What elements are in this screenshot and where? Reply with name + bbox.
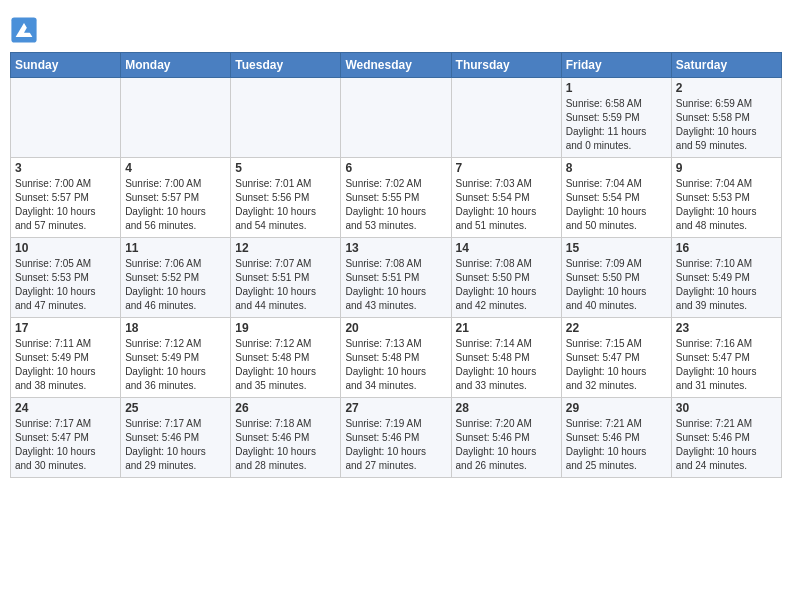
day-info: Sunrise: 7:16 AM Sunset: 5:47 PM Dayligh… <box>676 337 777 393</box>
day-info: Sunrise: 7:00 AM Sunset: 5:57 PM Dayligh… <box>15 177 116 233</box>
day-info: Sunrise: 7:15 AM Sunset: 5:47 PM Dayligh… <box>566 337 667 393</box>
calendar-cell: 27Sunrise: 7:19 AM Sunset: 5:46 PM Dayli… <box>341 398 451 478</box>
weekday-header: Saturday <box>671 53 781 78</box>
day-info: Sunrise: 7:08 AM Sunset: 5:50 PM Dayligh… <box>456 257 557 313</box>
day-number: 4 <box>125 161 226 175</box>
day-number: 26 <box>235 401 336 415</box>
day-info: Sunrise: 7:20 AM Sunset: 5:46 PM Dayligh… <box>456 417 557 473</box>
day-info: Sunrise: 7:03 AM Sunset: 5:54 PM Dayligh… <box>456 177 557 233</box>
day-number: 9 <box>676 161 777 175</box>
day-info: Sunrise: 7:13 AM Sunset: 5:48 PM Dayligh… <box>345 337 446 393</box>
calendar-cell: 28Sunrise: 7:20 AM Sunset: 5:46 PM Dayli… <box>451 398 561 478</box>
day-info: Sunrise: 6:58 AM Sunset: 5:59 PM Dayligh… <box>566 97 667 153</box>
calendar-cell <box>451 78 561 158</box>
calendar-week-row: 24Sunrise: 7:17 AM Sunset: 5:47 PM Dayli… <box>11 398 782 478</box>
page-header <box>10 10 782 44</box>
day-info: Sunrise: 7:21 AM Sunset: 5:46 PM Dayligh… <box>566 417 667 473</box>
logo-icon <box>10 16 38 44</box>
calendar-cell: 26Sunrise: 7:18 AM Sunset: 5:46 PM Dayli… <box>231 398 341 478</box>
calendar-cell: 10Sunrise: 7:05 AM Sunset: 5:53 PM Dayli… <box>11 238 121 318</box>
day-info: Sunrise: 7:00 AM Sunset: 5:57 PM Dayligh… <box>125 177 226 233</box>
weekday-header: Monday <box>121 53 231 78</box>
logo <box>10 16 40 44</box>
weekday-header: Sunday <box>11 53 121 78</box>
day-number: 19 <box>235 321 336 335</box>
calendar-cell: 24Sunrise: 7:17 AM Sunset: 5:47 PM Dayli… <box>11 398 121 478</box>
day-number: 25 <box>125 401 226 415</box>
day-number: 17 <box>15 321 116 335</box>
calendar-cell: 1Sunrise: 6:58 AM Sunset: 5:59 PM Daylig… <box>561 78 671 158</box>
calendar-cell <box>231 78 341 158</box>
calendar-cell: 25Sunrise: 7:17 AM Sunset: 5:46 PM Dayli… <box>121 398 231 478</box>
day-number: 3 <box>15 161 116 175</box>
day-info: Sunrise: 7:18 AM Sunset: 5:46 PM Dayligh… <box>235 417 336 473</box>
day-info: Sunrise: 7:08 AM Sunset: 5:51 PM Dayligh… <box>345 257 446 313</box>
calendar-cell <box>11 78 121 158</box>
day-info: Sunrise: 7:17 AM Sunset: 5:47 PM Dayligh… <box>15 417 116 473</box>
calendar-cell: 22Sunrise: 7:15 AM Sunset: 5:47 PM Dayli… <box>561 318 671 398</box>
calendar-cell: 5Sunrise: 7:01 AM Sunset: 5:56 PM Daylig… <box>231 158 341 238</box>
calendar-cell: 15Sunrise: 7:09 AM Sunset: 5:50 PM Dayli… <box>561 238 671 318</box>
day-number: 16 <box>676 241 777 255</box>
calendar-cell: 8Sunrise: 7:04 AM Sunset: 5:54 PM Daylig… <box>561 158 671 238</box>
calendar-cell: 23Sunrise: 7:16 AM Sunset: 5:47 PM Dayli… <box>671 318 781 398</box>
calendar-cell: 18Sunrise: 7:12 AM Sunset: 5:49 PM Dayli… <box>121 318 231 398</box>
calendar-cell: 12Sunrise: 7:07 AM Sunset: 5:51 PM Dayli… <box>231 238 341 318</box>
weekday-header: Thursday <box>451 53 561 78</box>
day-number: 27 <box>345 401 446 415</box>
calendar-week-row: 3Sunrise: 7:00 AM Sunset: 5:57 PM Daylig… <box>11 158 782 238</box>
day-number: 12 <box>235 241 336 255</box>
calendar-cell <box>121 78 231 158</box>
day-number: 23 <box>676 321 777 335</box>
calendar-cell: 6Sunrise: 7:02 AM Sunset: 5:55 PM Daylig… <box>341 158 451 238</box>
day-info: Sunrise: 7:14 AM Sunset: 5:48 PM Dayligh… <box>456 337 557 393</box>
calendar-cell: 30Sunrise: 7:21 AM Sunset: 5:46 PM Dayli… <box>671 398 781 478</box>
day-number: 7 <box>456 161 557 175</box>
calendar-cell: 7Sunrise: 7:03 AM Sunset: 5:54 PM Daylig… <box>451 158 561 238</box>
calendar-cell: 4Sunrise: 7:00 AM Sunset: 5:57 PM Daylig… <box>121 158 231 238</box>
day-info: Sunrise: 7:09 AM Sunset: 5:50 PM Dayligh… <box>566 257 667 313</box>
calendar-cell: 20Sunrise: 7:13 AM Sunset: 5:48 PM Dayli… <box>341 318 451 398</box>
day-info: Sunrise: 7:21 AM Sunset: 5:46 PM Dayligh… <box>676 417 777 473</box>
calendar-cell: 9Sunrise: 7:04 AM Sunset: 5:53 PM Daylig… <box>671 158 781 238</box>
calendar-cell: 13Sunrise: 7:08 AM Sunset: 5:51 PM Dayli… <box>341 238 451 318</box>
calendar-table: SundayMondayTuesdayWednesdayThursdayFrid… <box>10 52 782 478</box>
day-info: Sunrise: 7:12 AM Sunset: 5:49 PM Dayligh… <box>125 337 226 393</box>
weekday-header: Friday <box>561 53 671 78</box>
calendar-cell: 17Sunrise: 7:11 AM Sunset: 5:49 PM Dayli… <box>11 318 121 398</box>
calendar-week-row: 17Sunrise: 7:11 AM Sunset: 5:49 PM Dayli… <box>11 318 782 398</box>
day-number: 2 <box>676 81 777 95</box>
day-number: 20 <box>345 321 446 335</box>
calendar-week-row: 10Sunrise: 7:05 AM Sunset: 5:53 PM Dayli… <box>11 238 782 318</box>
calendar-cell: 14Sunrise: 7:08 AM Sunset: 5:50 PM Dayli… <box>451 238 561 318</box>
day-info: Sunrise: 7:06 AM Sunset: 5:52 PM Dayligh… <box>125 257 226 313</box>
day-number: 29 <box>566 401 667 415</box>
day-number: 10 <box>15 241 116 255</box>
day-info: Sunrise: 7:19 AM Sunset: 5:46 PM Dayligh… <box>345 417 446 473</box>
day-number: 1 <box>566 81 667 95</box>
calendar-cell: 29Sunrise: 7:21 AM Sunset: 5:46 PM Dayli… <box>561 398 671 478</box>
day-info: Sunrise: 7:04 AM Sunset: 5:53 PM Dayligh… <box>676 177 777 233</box>
day-info: Sunrise: 7:05 AM Sunset: 5:53 PM Dayligh… <box>15 257 116 313</box>
day-info: Sunrise: 6:59 AM Sunset: 5:58 PM Dayligh… <box>676 97 777 153</box>
day-number: 5 <box>235 161 336 175</box>
calendar-cell <box>341 78 451 158</box>
day-info: Sunrise: 7:10 AM Sunset: 5:49 PM Dayligh… <box>676 257 777 313</box>
header-row: SundayMondayTuesdayWednesdayThursdayFrid… <box>11 53 782 78</box>
calendar-cell: 3Sunrise: 7:00 AM Sunset: 5:57 PM Daylig… <box>11 158 121 238</box>
day-info: Sunrise: 7:01 AM Sunset: 5:56 PM Dayligh… <box>235 177 336 233</box>
calendar-cell: 21Sunrise: 7:14 AM Sunset: 5:48 PM Dayli… <box>451 318 561 398</box>
day-info: Sunrise: 7:17 AM Sunset: 5:46 PM Dayligh… <box>125 417 226 473</box>
calendar-week-row: 1Sunrise: 6:58 AM Sunset: 5:59 PM Daylig… <box>11 78 782 158</box>
calendar-cell: 2Sunrise: 6:59 AM Sunset: 5:58 PM Daylig… <box>671 78 781 158</box>
day-info: Sunrise: 7:11 AM Sunset: 5:49 PM Dayligh… <box>15 337 116 393</box>
day-number: 14 <box>456 241 557 255</box>
calendar-cell: 19Sunrise: 7:12 AM Sunset: 5:48 PM Dayli… <box>231 318 341 398</box>
day-number: 18 <box>125 321 226 335</box>
day-info: Sunrise: 7:02 AM Sunset: 5:55 PM Dayligh… <box>345 177 446 233</box>
day-number: 15 <box>566 241 667 255</box>
day-number: 8 <box>566 161 667 175</box>
day-info: Sunrise: 7:07 AM Sunset: 5:51 PM Dayligh… <box>235 257 336 313</box>
day-number: 21 <box>456 321 557 335</box>
day-number: 11 <box>125 241 226 255</box>
